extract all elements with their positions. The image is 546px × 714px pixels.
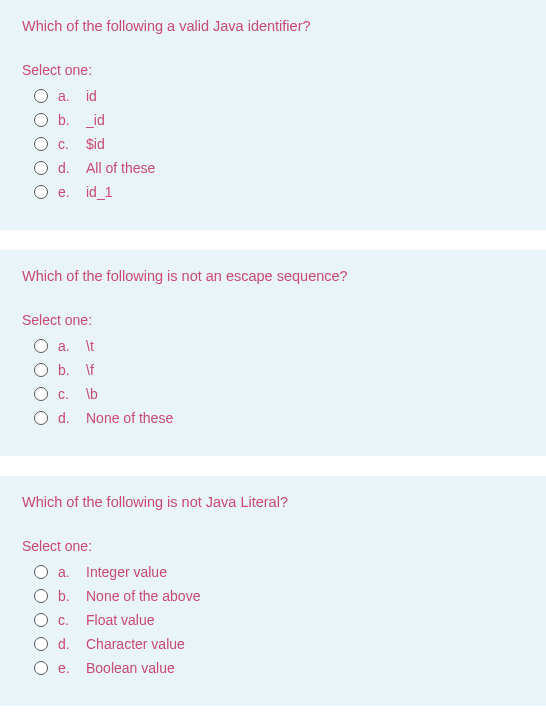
option-text: \f xyxy=(86,362,94,378)
options-list: a.Integer valueb.None of the abovec.Floa… xyxy=(22,564,524,676)
option-row[interactable]: c.\b xyxy=(34,386,524,402)
question-text: Which of the following a valid Java iden… xyxy=(22,18,524,34)
option-text: Character value xyxy=(86,636,185,652)
option-row[interactable]: c.$id xyxy=(34,136,524,152)
select-prompt: Select one: xyxy=(22,312,524,328)
options-list: a.\tb.\fc.\bd.None of these xyxy=(22,338,524,426)
option-letter: a. xyxy=(58,88,86,104)
option-letter: b. xyxy=(58,112,86,128)
option-letter: e. xyxy=(58,184,86,200)
option-row[interactable]: a.Integer value xyxy=(34,564,524,580)
option-row[interactable]: b.None of the above xyxy=(34,588,524,604)
option-row[interactable]: a.id xyxy=(34,88,524,104)
radio-icon[interactable] xyxy=(34,137,48,151)
option-letter: d. xyxy=(58,160,86,176)
option-row[interactable]: e.Boolean value xyxy=(34,660,524,676)
question-text: Which of the following is not an escape … xyxy=(22,268,524,284)
option-text: Boolean value xyxy=(86,660,175,676)
radio-icon[interactable] xyxy=(34,339,48,353)
option-text: \t xyxy=(86,338,94,354)
option-text: id xyxy=(86,88,97,104)
option-row[interactable]: c.Float value xyxy=(34,612,524,628)
option-row[interactable]: b._id xyxy=(34,112,524,128)
option-text: _id xyxy=(86,112,105,128)
option-row[interactable]: d.Character value xyxy=(34,636,524,652)
select-prompt: Select one: xyxy=(22,62,524,78)
option-text: Integer value xyxy=(86,564,167,580)
radio-icon[interactable] xyxy=(34,565,48,579)
option-letter: a. xyxy=(58,338,86,354)
option-letter: b. xyxy=(58,588,86,604)
option-row[interactable]: a.\t xyxy=(34,338,524,354)
option-letter: b. xyxy=(58,362,86,378)
question-block: Which of the following is not an escape … xyxy=(0,250,546,456)
option-text: None of these xyxy=(86,410,173,426)
radio-icon[interactable] xyxy=(34,589,48,603)
select-prompt: Select one: xyxy=(22,538,524,554)
option-row[interactable]: d.None of these xyxy=(34,410,524,426)
option-row[interactable]: d.All of these xyxy=(34,160,524,176)
option-letter: c. xyxy=(58,136,86,152)
option-letter: e. xyxy=(58,660,86,676)
options-list: a.idb._idc.$idd.All of thesee.id_1 xyxy=(22,88,524,200)
radio-icon[interactable] xyxy=(34,661,48,675)
radio-icon[interactable] xyxy=(34,411,48,425)
option-text: \b xyxy=(86,386,98,402)
option-letter: c. xyxy=(58,386,86,402)
radio-icon[interactable] xyxy=(34,89,48,103)
option-text: $id xyxy=(86,136,105,152)
question-block: Which of the following a valid Java iden… xyxy=(0,0,546,230)
option-text: Float value xyxy=(86,612,154,628)
option-letter: d. xyxy=(58,410,86,426)
option-letter: c. xyxy=(58,612,86,628)
option-text: All of these xyxy=(86,160,155,176)
option-text: None of the above xyxy=(86,588,200,604)
radio-icon[interactable] xyxy=(34,161,48,175)
radio-icon[interactable] xyxy=(34,185,48,199)
option-text: id_1 xyxy=(86,184,112,200)
radio-icon[interactable] xyxy=(34,613,48,627)
radio-icon[interactable] xyxy=(34,113,48,127)
option-row[interactable]: e.id_1 xyxy=(34,184,524,200)
question-text: Which of the following is not Java Liter… xyxy=(22,494,524,510)
option-letter: d. xyxy=(58,636,86,652)
radio-icon[interactable] xyxy=(34,363,48,377)
option-row[interactable]: b.\f xyxy=(34,362,524,378)
question-block: Which of the following is not Java Liter… xyxy=(0,476,546,706)
option-letter: a. xyxy=(58,564,86,580)
radio-icon[interactable] xyxy=(34,387,48,401)
radio-icon[interactable] xyxy=(34,637,48,651)
